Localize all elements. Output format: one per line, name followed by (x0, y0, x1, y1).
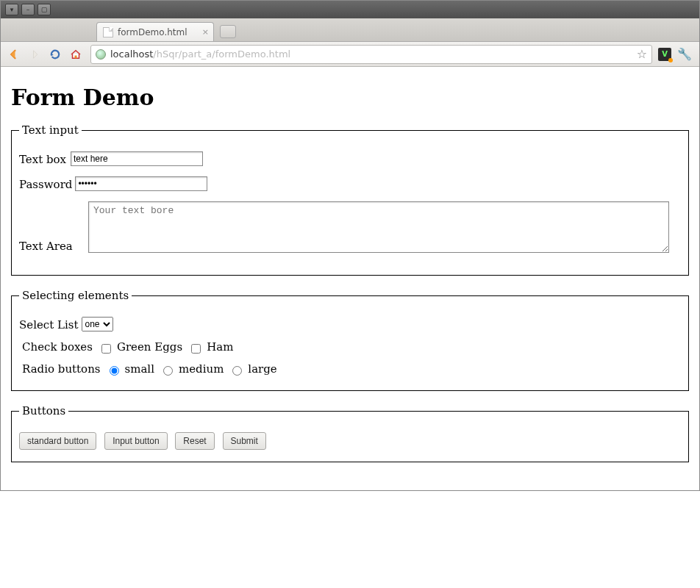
checkbox-label-ham: Ham (207, 340, 233, 354)
standard-button[interactable]: standard button (19, 432, 96, 450)
back-button[interactable] (5, 46, 23, 63)
checkbox-ham[interactable] (191, 344, 201, 354)
label-textarea: Text Area (19, 240, 85, 253)
select-list[interactable]: one (82, 317, 113, 331)
url-path: /hSqr/part_a/formDemo.html (153, 49, 290, 60)
browser-window: ▾ – ▢ formDemo.html × localhost/hSqr/par… (0, 0, 700, 491)
window-menu-button[interactable]: ▾ (5, 4, 18, 15)
textbox-input[interactable] (71, 151, 203, 166)
fieldset-buttons: Buttons standard button (11, 404, 689, 462)
radio-label-large: large (248, 362, 276, 376)
checkbox-label-green-eggs: Green Eggs (117, 340, 182, 354)
tab-strip: formDemo.html × (1, 18, 699, 42)
minimize-button[interactable]: – (21, 4, 35, 15)
label-radios: Radio buttons (22, 362, 101, 376)
browser-toolbar: localhost/hSqr/part_a/formDemo.html ☆ V … (1, 42, 699, 67)
label-textbox: Text box (19, 153, 68, 166)
radio-large[interactable] (232, 366, 242, 376)
radio-medium[interactable] (163, 366, 173, 376)
legend-buttons: Buttons (19, 404, 68, 417)
address-bar[interactable]: localhost/hSqr/part_a/formDemo.html ☆ (90, 45, 652, 64)
browser-tab[interactable]: formDemo.html × (96, 22, 214, 41)
radio-label-medium: medium (179, 362, 224, 376)
reset-button[interactable] (175, 432, 214, 450)
page-content: Form Demo Text input Text box Password T… (1, 67, 699, 490)
svg-rect-0 (75, 55, 77, 58)
input-button[interactable] (104, 432, 167, 450)
page-icon (103, 27, 113, 37)
bookmark-star-icon[interactable]: ☆ (637, 47, 647, 61)
tab-title: formDemo.html (118, 27, 188, 37)
maximize-button[interactable]: ▢ (38, 4, 51, 15)
legend-text-input: Text input (19, 123, 82, 137)
submit-button[interactable] (223, 432, 266, 450)
tab-close-icon[interactable]: × (202, 27, 209, 37)
site-identity-icon (96, 49, 106, 60)
textarea-input[interactable] (88, 201, 669, 253)
fieldset-text-input: Text input Text box Password Text Area (11, 123, 689, 276)
wrench-menu-icon[interactable]: 🔧 (677, 47, 692, 61)
radio-small[interactable] (110, 366, 119, 376)
reload-button[interactable] (46, 46, 64, 63)
legend-selecting: Selecting elements (19, 289, 132, 302)
label-password: Password (19, 178, 72, 191)
fieldset-selecting: Selecting elements Select List one Check… (11, 289, 689, 391)
new-tab-button[interactable] (220, 25, 236, 38)
password-input[interactable] (75, 176, 207, 191)
forward-button[interactable] (26, 46, 43, 63)
extension-icon[interactable]: V (658, 48, 671, 61)
checkbox-green-eggs[interactable] (101, 344, 111, 354)
home-button[interactable] (67, 46, 85, 63)
os-titlebar: ▾ – ▢ (1, 1, 699, 18)
label-checkboxes: Check boxes (22, 340, 93, 354)
label-select-list: Select List (19, 318, 79, 331)
radio-label-small: small (125, 362, 154, 376)
url-host: localhost (110, 49, 153, 60)
page-heading: Form Demo (11, 85, 689, 110)
